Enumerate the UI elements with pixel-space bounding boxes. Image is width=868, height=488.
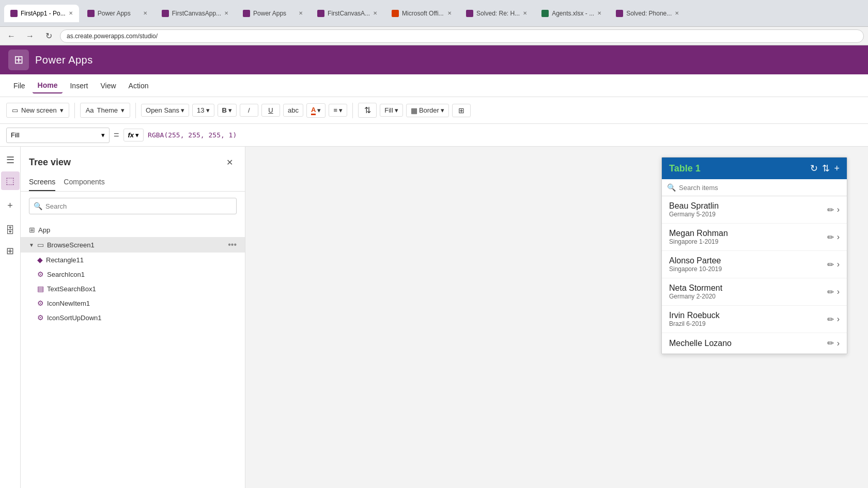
edit-icon[interactable]: ✏ [827,338,834,348]
tab-close-btn[interactable]: ✕ [523,10,527,16]
edit-icon[interactable]: ✏ [827,314,834,324]
formula-input[interactable]: RGBA(255, 255, 255, 1) [148,131,862,139]
sidebar-components-icon[interactable]: ⊞ [1,242,20,260]
edit-icon[interactable]: ✏ [827,232,834,242]
tree-view-close-button[interactable]: ✕ [222,155,237,169]
reorder-button[interactable]: ⇅ [358,103,377,118]
fill-button[interactable]: Fill ▾ [380,104,403,117]
widget-item-sub: Germany 2-2020 [669,293,823,300]
sidebar-data-icon[interactable]: 🗄 [1,221,20,240]
list-item[interactable]: Megan Rohman Singapore 1-2019 ✏ › [662,224,847,251]
widget-search-icon: 🔍 [667,183,676,192]
tree-item-text-search-box1[interactable]: ▤ TextSearchBox1 [21,281,245,296]
chevron-right-icon[interactable]: › [837,232,840,242]
new-screen-button[interactable]: ▭ New screen ▾ [6,103,69,118]
widget-item-info: Mechelle Lozano [669,339,823,348]
italic-button[interactable]: / [240,104,258,117]
bold-button[interactable]: B ▾ [218,104,237,117]
tab-solved-phone[interactable]: Solved: Phone... ✕ [610,5,685,22]
tree-item-label: Rectangle11 [46,256,237,264]
chevron-right-icon[interactable]: › [837,339,840,348]
font-size-chevron-icon: ▾ [206,106,210,114]
tab-solved-re[interactable]: Solved: Re: H... ✕ [460,5,533,22]
underline-button[interactable]: U [261,104,280,117]
tree-item-label: IconSortUpDown1 [47,314,237,322]
font-dropdown-button[interactable]: Open Sans ▾ [141,104,189,117]
tab-first-canvas[interactable]: FirstCanvasApp... ✕ [156,5,235,22]
font-color-button[interactable]: A ▾ [306,103,326,118]
tree-item-app[interactable]: ⊞ App [21,223,245,237]
tab-close-btn[interactable]: ✕ [224,10,228,16]
widget-refresh-icon[interactable]: ↻ [810,163,818,174]
chevron-right-icon[interactable]: › [837,260,840,269]
tab-close-btn[interactable]: ✕ [675,10,679,16]
tab-close-btn[interactable]: ✕ [299,10,303,16]
chevron-right-icon[interactable]: › [837,314,840,324]
reload-button[interactable]: ↻ [41,29,56,43]
tree-item-search-icon1[interactable]: ⚙ SearchIcon1 [21,267,245,281]
fx-button[interactable]: fx ▾ [123,129,144,141]
tab-first-app[interactable]: FirstApp1 - Po... ✕ [4,5,79,22]
tree-item-rectangle11[interactable]: ◆ Rectangle11 [21,253,245,267]
list-item[interactable]: Irvin Roebuck Brazil 6-2019 ✏ › [662,306,847,333]
list-item[interactable]: Beau Spratlin Germany 5-2019 ✏ › [662,196,847,224]
menu-file[interactable]: File [8,78,30,93]
tab-agents-xlsx[interactable]: Agents.xlsx - ... ✕ [535,5,608,22]
formula-text: RGBA(255, 255, 255, 1) [148,131,237,139]
sidebar-settings-icon[interactable]: ⚙ [1,484,20,488]
list-item[interactable]: Mechelle Lozano ✏ › [662,333,847,354]
theme-button[interactable]: Aa Theme ▾ [80,103,130,118]
tab-close-btn[interactable]: ✕ [143,10,147,16]
border-chevron-icon: ▾ [441,106,444,114]
canvas-area: Table 1 ↻ ⇅ + 🔍 Beau Spratlin Germany 5-… [245,147,868,488]
property-dropdown[interactable]: Fill ▾ [6,128,110,143]
edit-icon[interactable]: ✏ [827,205,834,215]
font-size-button[interactable]: 13 ▾ [192,104,214,117]
tab-close-btn[interactable]: ✕ [597,10,601,16]
chevron-right-icon[interactable]: › [837,287,840,296]
edit-icon[interactable]: ✏ [827,260,834,270]
tree-item-icon-sort-up-down[interactable]: ⚙ IconSortUpDown1 [21,310,245,325]
tree-view-panel: Tree view ✕ Screens Components 🔍 ⊞ App ▼… [21,147,245,488]
widget-search-input[interactable] [679,184,842,192]
app-logo-button[interactable]: ⊞ [8,50,29,70]
tab-microsoft-office[interactable]: Microsoft Offi... ✕ [385,5,458,22]
forward-button[interactable]: → [23,29,37,43]
tab-first-canvas-2[interactable]: FirstCanvasA... ✕ [311,5,383,22]
sidebar-menu-icon[interactable]: ☰ [1,151,20,169]
tree-search-input[interactable] [45,202,232,210]
extra-button[interactable]: ⊞ [452,104,471,117]
chevron-right-icon[interactable]: › [837,205,840,214]
edit-icon[interactable]: ✏ [827,287,834,297]
widget-add-icon[interactable]: + [834,163,840,174]
align-button[interactable]: ≡ ▾ [329,104,347,117]
new-screen-label: New screen [21,106,57,114]
sidebar-layers-icon[interactable]: ⬚ [1,171,20,190]
border-button[interactable]: ▦ Border ▾ [406,104,449,117]
menu-view[interactable]: View [95,78,121,93]
address-bar[interactable]: as.create.powerapps.com/studio/ [60,29,864,43]
tab-close-btn[interactable]: ✕ [373,10,377,16]
menu-action[interactable]: Action [123,78,154,93]
tab-close-btn[interactable]: ✕ [447,10,452,16]
browser-tabs: FirstApp1 - Po... ✕ Power Apps ✕ FirstCa… [0,0,868,27]
menu-insert[interactable]: Insert [65,78,93,93]
tab-components[interactable]: Components [64,174,104,191]
tab-power-apps[interactable]: Power Apps ✕ [81,5,153,22]
list-item[interactable]: Neta Storment Germany 2-2020 ✏ › [662,278,847,306]
sidebar-add-icon[interactable]: + [1,196,20,215]
tab-power-apps-2[interactable]: Power Apps ✕ [237,5,309,22]
tree-item-browse-screen[interactable]: ▼ ▭ BrowseScreen1 ••• [21,237,245,253]
tab-close-btn[interactable]: ✕ [69,10,73,16]
strikethrough-button[interactable]: abc [283,104,303,117]
widget-item-actions: ✏ › [827,314,840,324]
widget-sort-icon[interactable]: ⇅ [822,163,830,174]
menu-home[interactable]: Home [33,78,63,93]
back-button[interactable]: ← [4,29,19,43]
more-options-icon[interactable]: ••• [228,240,237,249]
theme-icon: Aa [86,106,94,114]
tab-favicon [87,10,95,17]
tab-screens[interactable]: Screens [29,174,55,191]
list-item[interactable]: Alonso Partee Singapore 10-2019 ✏ › [662,251,847,278]
tree-item-icon-new-item[interactable]: ⚙ IconNewItem1 [21,296,245,310]
